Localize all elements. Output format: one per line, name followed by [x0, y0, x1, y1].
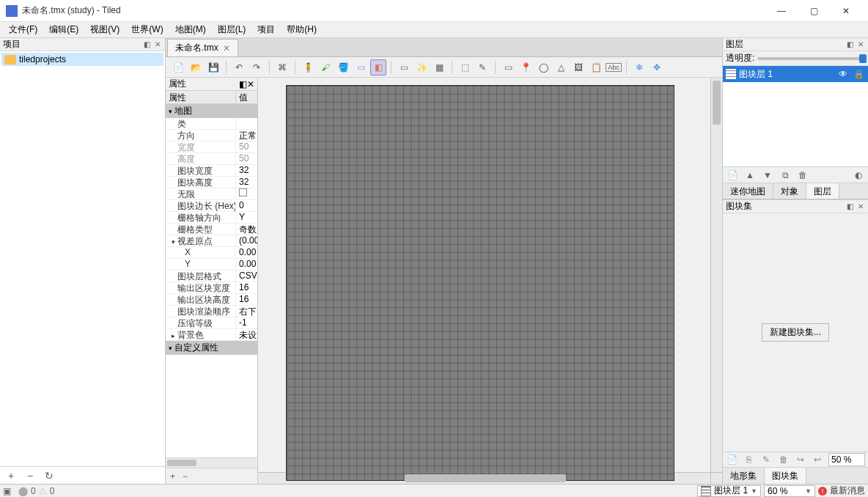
edit-polygons-icon[interactable]: ✎	[474, 59, 490, 76]
redo-icon[interactable]: ↷	[249, 59, 265, 76]
tab-layers[interactable]: 图层	[806, 183, 839, 199]
map-canvas[interactable]	[258, 78, 710, 472]
snap-icon[interactable]: ❄	[631, 59, 647, 76]
properties-hscrollbar[interactable]	[166, 457, 257, 468]
remove-property-button[interactable]: −	[183, 471, 188, 482]
menu-world[interactable]: 世界(W)	[125, 22, 169, 37]
property-group-map[interactable]: ▾地图	[166, 104, 257, 118]
duplicate-layer-button[interactable]: ⧉	[779, 169, 792, 182]
tileset-dynamic-wrap-icon[interactable]: ↩	[812, 453, 824, 466]
properties-col-name[interactable]: 属性	[166, 91, 236, 103]
insert-point-icon[interactable]: 📍	[518, 59, 534, 76]
undock-icon[interactable]: ◧	[142, 40, 151, 49]
lock-icon[interactable]: 🔒	[853, 69, 865, 79]
rect-select-icon[interactable]: ▭	[396, 59, 412, 76]
property-row[interactable]: X0.00	[166, 247, 257, 259]
minimize-button[interactable]: —	[765, 0, 798, 22]
error-count-icon[interactable]: ⬤	[18, 486, 28, 496]
document-tab[interactable]: 未命名.tmx ✕	[167, 39, 238, 56]
command-icon[interactable]: ⌘	[274, 59, 290, 76]
tileset-delete-icon[interactable]: 🗑	[777, 453, 790, 466]
property-row[interactable]: 类	[166, 118, 257, 130]
move-layer-down-button[interactable]: ▼	[761, 169, 774, 182]
tab-minimap[interactable]: 迷你地图	[723, 183, 773, 199]
insert-text-icon[interactable]: Abc	[606, 59, 622, 76]
tileset-embed-icon[interactable]: ⎘	[743, 453, 755, 466]
insert-template-icon[interactable]: 📋	[588, 59, 604, 76]
opacity-slider[interactable]	[757, 57, 865, 60]
insert-rectangle-icon[interactable]: ▭	[500, 59, 516, 76]
save-file-icon[interactable]: 💾	[205, 59, 221, 76]
news-button[interactable]: ! 最新消息	[818, 485, 865, 497]
eraser-icon[interactable]: ◧	[370, 59, 386, 76]
delete-layer-button[interactable]: 🗑	[796, 169, 809, 182]
undo-icon[interactable]: ↶	[231, 59, 247, 76]
menu-file[interactable]: 文件(F)	[3, 22, 43, 37]
add-button[interactable]: +	[4, 469, 18, 482]
terrain-brush-icon[interactable]: 🖌	[317, 59, 334, 76]
insert-polygon-icon[interactable]: △	[553, 59, 569, 76]
new-tileset-button[interactable]: 新建图块集...	[762, 323, 829, 342]
properties-col-value[interactable]: 值	[236, 91, 257, 103]
select-objects-icon[interactable]: ⬚	[457, 59, 473, 76]
property-row[interactable]: 图块宽度32	[166, 165, 257, 177]
warning-count-icon[interactable]: ⚠	[39, 486, 47, 496]
property-row[interactable]: Y0.00	[166, 259, 257, 270]
property-group-custom[interactable]: ▾自定义属性	[166, 341, 257, 355]
tab-close-icon[interactable]: ✕	[223, 43, 230, 54]
close-panel-icon[interactable]: ✕	[153, 40, 162, 49]
undock-icon[interactable]: ◧	[845, 202, 854, 211]
property-row[interactable]: 图块高度32	[166, 177, 257, 188]
open-file-icon[interactable]: 📂	[188, 59, 204, 76]
property-row[interactable]: 无限	[166, 188, 257, 200]
move-layer-up-button[interactable]: ▲	[743, 169, 757, 182]
zoom-selector[interactable]: 60 % ▼	[764, 485, 815, 497]
close-button[interactable]: ✕	[830, 0, 862, 22]
property-row[interactable]: 图块渲染顺序右下	[166, 306, 257, 317]
menu-map[interactable]: 地图(M)	[169, 22, 212, 37]
menu-edit[interactable]: 编辑(E)	[43, 22, 84, 37]
remove-button[interactable]: −	[23, 469, 37, 482]
menu-view[interactable]: 视图(V)	[84, 22, 125, 37]
tileset-export-icon[interactable]: ↪	[794, 453, 806, 466]
layer-list[interactable]: 图块层 1 👁 🔒	[723, 66, 868, 167]
menu-project[interactable]: 项目	[251, 22, 281, 37]
property-row[interactable]: 栅格轴方向Y	[166, 212, 257, 224]
magic-wand-icon[interactable]: ✨	[413, 59, 430, 76]
insert-ellipse-icon[interactable]: ◯	[535, 59, 551, 76]
tileset-new-icon[interactable]: 📄	[726, 453, 738, 466]
console-icon[interactable]: ▣	[3, 486, 11, 496]
property-row[interactable]: 高度50	[166, 153, 257, 165]
new-layer-button[interactable]: 📄	[726, 169, 739, 182]
property-row[interactable]: 图块层格式CSV	[166, 270, 257, 282]
property-row[interactable]: 输出区块宽度16	[166, 282, 257, 294]
close-panel-icon[interactable]: ✕	[856, 40, 865, 49]
property-group-bgcolor[interactable]: ▸ 背景色 未设置	[166, 329, 257, 341]
canvas-hscrollbar[interactable]	[258, 473, 710, 484]
tab-objects[interactable]: 对象	[773, 183, 806, 199]
current-layer-selector[interactable]: 图块层 1 ▼	[697, 485, 761, 497]
highlight-layer-button[interactable]: ◐	[852, 169, 865, 182]
layer-item[interactable]: 图块层 1 👁 🔒	[723, 66, 868, 82]
move-icon[interactable]: ✥	[649, 59, 665, 76]
new-file-icon[interactable]: 📄	[170, 59, 186, 76]
properties-body[interactable]: ▾地图 类方向正常宽度50高度50图块宽度32图块高度32无限图块边长 (Hex…	[166, 104, 257, 457]
close-panel-icon[interactable]: ✕	[247, 79, 254, 89]
property-group-parallax[interactable]: ▾ 视差原点 (0.00,	[166, 235, 257, 247]
project-tree[interactable]: tiledprojects	[0, 51, 165, 466]
maximize-button[interactable]: ▢	[798, 0, 830, 22]
refresh-button[interactable]: ↻	[43, 469, 56, 482]
canvas-vscrollbar[interactable]	[710, 78, 722, 472]
stamp-brush-icon[interactable]: 🧍	[300, 59, 316, 76]
close-panel-icon[interactable]: ✕	[856, 202, 865, 211]
property-row[interactable]: 宽度50	[166, 141, 257, 153]
shape-fill-icon[interactable]: ▭	[353, 59, 369, 76]
property-row[interactable]: 栅格类型奇数	[166, 224, 257, 235]
insert-tile-icon[interactable]: 🖼	[570, 59, 586, 76]
menu-layers[interactable]: 图层(L)	[212, 22, 252, 37]
add-property-button[interactable]: +	[170, 471, 175, 482]
property-row[interactable]: 方向正常	[166, 130, 257, 141]
tab-terrain[interactable]: 地形集	[723, 468, 765, 484]
bucket-fill-icon[interactable]: 🪣	[335, 59, 351, 76]
same-tile-select-icon[interactable]: ▦	[431, 59, 447, 76]
